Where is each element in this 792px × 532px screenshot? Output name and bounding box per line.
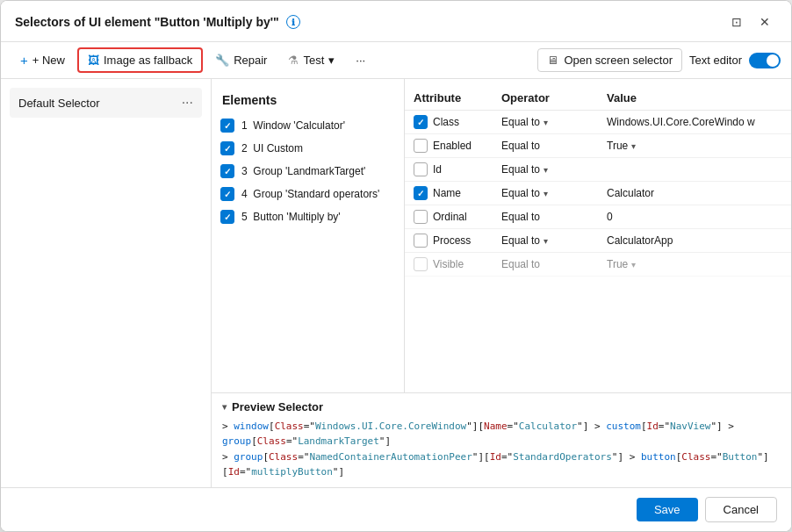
operator-label-id: Equal to (501, 163, 540, 176)
operator-label-class: Equal to (501, 116, 540, 128)
preview-gt-2: > (222, 451, 234, 463)
open-screen-label: Open screen selector (564, 54, 673, 67)
attr-checkbox-enabled[interactable] (414, 139, 428, 153)
attr-checkbox-process[interactable] (414, 234, 428, 248)
preview-attr-class3: Class (269, 451, 298, 463)
preview-val-class: Windows.UI.Core.CoreWindow (315, 421, 466, 432)
attr-class-name-cell: Class (414, 115, 501, 129)
left-panel: Default Selector ··· (1, 79, 212, 487)
preview-gt-1: > (222, 421, 234, 432)
three-dots-icon[interactable]: ··· (182, 95, 193, 111)
element-checkbox-4[interactable] (220, 187, 234, 201)
preview-val-id3: multiplyButton (251, 466, 333, 478)
attr-name-name: Name (433, 187, 461, 199)
preview-close1: "] > (577, 421, 606, 432)
preview-button: button (641, 451, 676, 463)
operator-dropdown-id[interactable]: ▾ (544, 165, 548, 175)
element-checkbox-5[interactable] (220, 210, 234, 224)
attributes-header: Attribute Operator Value (405, 86, 791, 111)
attr-name-enabled: Enabled (433, 140, 472, 152)
restore-button[interactable]: ⊡ (724, 10, 749, 34)
preview-bracket3: [ (641, 421, 647, 432)
operator-dropdown-process[interactable]: ▾ (544, 236, 548, 246)
element-row[interactable]: 4 Group 'Standard operators' (212, 183, 404, 205)
attr-checkbox-ordinal[interactable] (414, 210, 428, 224)
attr-name-process: Process (433, 234, 471, 247)
preview-val-name: Calculator (519, 421, 577, 432)
preview-eq8: =" (240, 466, 251, 478)
text-editor-label: Text editor (689, 54, 742, 67)
value-dropdown-visible[interactable]: ▾ (631, 260, 636, 270)
repair-button[interactable]: 🔧 Repair (206, 49, 276, 71)
attr-checkbox-class[interactable] (414, 115, 428, 129)
attributes-section: Attribute Operator Value Class Equal to … (405, 79, 791, 392)
element-checkbox-3[interactable] (220, 164, 234, 178)
attr-checkbox-visible[interactable] (414, 257, 428, 271)
attr-row-name: Name Equal to ▾ Calculator (405, 182, 791, 205)
text-editor-toggle[interactable] (749, 53, 781, 68)
new-button[interactable]: + + New (11, 48, 74, 72)
attr-checkbox-id[interactable] (414, 162, 428, 176)
attr-row-ordinal: Ordinal Equal to 0 (405, 205, 791, 229)
preview-val-class2: LandmarkTarget (298, 435, 379, 447)
value-name: Calculator (607, 187, 782, 199)
element-row[interactable]: 2 UI Custom (212, 137, 404, 160)
title-bar-right: ⊡ ✕ (724, 10, 777, 34)
operator-id: Equal to ▾ (501, 163, 607, 176)
preview-attr-id: Id (647, 421, 659, 432)
element-checkbox-2[interactable] (220, 141, 234, 155)
element-row[interactable]: 5 Button 'Multiply by' (212, 205, 404, 228)
selector-label: Default Selector (18, 97, 100, 110)
preview-val-id2: StandardOperators (513, 451, 612, 463)
preview-q1: "] (466, 421, 478, 432)
attr-name-ordinal: Ordinal (433, 211, 467, 223)
preview-close4: "][ (472, 451, 490, 463)
plus-icon: + (20, 53, 28, 68)
attr-name-name-cell: Name (414, 186, 501, 200)
value-dropdown-enabled[interactable]: ▾ (631, 141, 636, 151)
elements-attributes-section: Elements 1 Window 'Calculator' 2 UI Cust… (212, 79, 791, 392)
element-checkbox-1[interactable] (220, 119, 234, 133)
preview-eq3: =" (659, 421, 670, 432)
value-enabled: True ▾ (607, 140, 782, 152)
value-label-enabled: True (607, 140, 628, 152)
selectors-dialog: Selectors of UI element "Button 'Multipl… (0, 0, 792, 532)
toolbar-right: 🖥 Open screen selector Text editor (537, 48, 781, 72)
attr-name-class: Class (433, 116, 459, 128)
more-button[interactable]: ··· (347, 49, 374, 71)
image-as-fallback-button[interactable]: 🖼 Image as fallback (77, 47, 203, 73)
preview-window: window (234, 421, 269, 432)
value-label-class: Windows.UI.Core.CoreWindo w (607, 116, 755, 128)
preview-code: > window[Class="Windows.UI.Core.CoreWind… (222, 419, 781, 480)
preview-close7: "] (333, 466, 344, 478)
attr-row-enabled: Enabled Equal to True ▾ (405, 134, 791, 158)
save-button[interactable]: Save (637, 498, 698, 521)
open-screen-selector-button[interactable]: 🖥 Open screen selector (537, 48, 682, 72)
preview-attr-class: Class (275, 421, 304, 432)
value-label-process: CalculatorApp (607, 234, 673, 247)
preview-line-1: > window[Class="Windows.UI.Core.CoreWind… (222, 419, 781, 449)
element-row[interactable]: 3 Group 'LandmarkTarget' (212, 160, 404, 183)
attr-checkbox-name[interactable] (414, 186, 428, 200)
preview-line-2: > group[Class="NamedContainerAutomationP… (222, 449, 781, 480)
preview-eq7: =" (710, 451, 722, 463)
preview-attr-id3: Id (228, 466, 240, 478)
attr-row-process: Process Equal to ▾ CalculatorApp (405, 229, 791, 253)
element-row[interactable]: 1 Window 'Calculator' (212, 114, 404, 137)
test-button[interactable]: ⚗ Test ▾ (279, 49, 343, 71)
preview-header-label: Preview Selector (232, 400, 323, 413)
default-selector-item[interactable]: Default Selector ··· (10, 88, 202, 118)
operator-label-visible: Equal to (501, 258, 540, 270)
preview-header[interactable]: ▾ Preview Selector (222, 400, 781, 413)
operator-dropdown-name[interactable]: ▾ (544, 189, 548, 198)
value-process: CalculatorApp (607, 234, 782, 247)
operator-dropdown-class[interactable]: ▾ (544, 118, 548, 127)
info-icon[interactable]: ℹ (286, 15, 300, 29)
test-label: Test (303, 54, 324, 67)
element-label-5: 5 Button 'Multiply by' (241, 211, 341, 223)
more-icon: ··· (356, 54, 365, 67)
cancel-button[interactable]: Cancel (705, 497, 777, 522)
close-button[interactable]: ✕ (752, 10, 777, 34)
preview-close2: "] > (710, 421, 734, 432)
image-fallback-label: Image as fallback (104, 54, 192, 67)
